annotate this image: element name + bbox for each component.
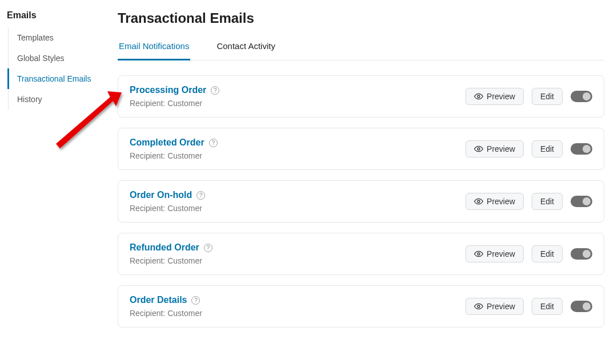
svg-point-4 bbox=[477, 305, 480, 308]
eye-icon bbox=[474, 302, 483, 311]
sidebar-item-global-styles[interactable]: Global Styles bbox=[7, 48, 109, 68]
eye-icon bbox=[474, 92, 483, 101]
preview-button[interactable]: Preview bbox=[465, 140, 524, 157]
email-card-refunded-order: Refunded Order ? Recipient: Customer Pre… bbox=[118, 233, 604, 275]
email-card-title[interactable]: Order On-hold bbox=[130, 190, 192, 200]
sidebar-item-transactional-emails[interactable]: Transactional Emails bbox=[7, 68, 109, 89]
email-card-title[interactable]: Completed Order bbox=[130, 137, 204, 148]
tab-contact-activity[interactable]: Contact Activity bbox=[215, 41, 276, 60]
email-card-recipient: Recipient: Customer bbox=[130, 99, 219, 108]
svg-point-1 bbox=[477, 148, 480, 150]
preview-button[interactable]: Preview bbox=[465, 88, 524, 105]
edit-button[interactable]: Edit bbox=[532, 193, 563, 210]
help-icon[interactable]: ? bbox=[191, 296, 200, 305]
tabs: Email Notifications Contact Activity bbox=[118, 41, 604, 60]
sidebar-item-history[interactable]: History bbox=[7, 89, 109, 110]
eye-icon bbox=[474, 144, 483, 153]
sidebar-nav: Templates Global Styles Transactional Em… bbox=[8, 27, 109, 110]
svg-point-0 bbox=[477, 95, 480, 98]
email-card-recipient: Recipient: Customer bbox=[130, 204, 205, 213]
sidebar-item-templates[interactable]: Templates bbox=[7, 27, 109, 48]
main-content: Transactional Emails Email Notifications… bbox=[109, 0, 610, 364]
email-card-recipient: Recipient: Customer bbox=[130, 151, 218, 160]
edit-button[interactable]: Edit bbox=[532, 298, 563, 315]
preview-button[interactable]: Preview bbox=[465, 245, 524, 262]
help-icon[interactable]: ? bbox=[204, 244, 212, 252]
preview-button[interactable]: Preview bbox=[465, 193, 524, 210]
email-card-title[interactable]: Processing Order bbox=[130, 85, 206, 95]
edit-button[interactable]: Edit bbox=[532, 88, 563, 105]
email-card-recipient: Recipient: Customer bbox=[130, 309, 202, 318]
svg-point-2 bbox=[477, 200, 480, 203]
eye-icon bbox=[474, 249, 483, 258]
help-icon[interactable]: ? bbox=[209, 139, 218, 147]
help-icon[interactable]: ? bbox=[211, 86, 219, 95]
email-card-recipient: Recipient: Customer bbox=[130, 256, 212, 265]
page-title: Transactional Emails bbox=[118, 10, 604, 26]
email-card-title[interactable]: Refunded Order bbox=[130, 242, 199, 253]
tab-email-notifications[interactable]: Email Notifications bbox=[118, 41, 190, 60]
email-card-processing-order: Processing Order ? Recipient: Customer P… bbox=[118, 75, 604, 118]
email-card-order-details: Order Details ? Recipient: Customer Prev… bbox=[118, 285, 604, 327]
enable-toggle[interactable] bbox=[571, 301, 592, 312]
eye-icon bbox=[474, 197, 483, 206]
sidebar-title: Emails bbox=[5, 10, 109, 27]
email-card-completed-order: Completed Order ? Recipient: Customer Pr… bbox=[118, 128, 604, 170]
svg-point-3 bbox=[477, 253, 480, 255]
help-icon[interactable]: ? bbox=[196, 191, 205, 200]
sidebar: Emails Templates Global Styles Transacti… bbox=[0, 0, 109, 364]
email-card-title[interactable]: Order Details bbox=[130, 295, 187, 305]
email-card-order-on-hold: Order On-hold ? Recipient: Customer Prev… bbox=[118, 180, 604, 223]
edit-button[interactable]: Edit bbox=[532, 245, 563, 262]
enable-toggle[interactable] bbox=[571, 91, 592, 102]
enable-toggle[interactable] bbox=[571, 143, 592, 155]
enable-toggle[interactable] bbox=[571, 248, 592, 260]
edit-button[interactable]: Edit bbox=[532, 140, 563, 157]
preview-button[interactable]: Preview bbox=[465, 298, 524, 315]
enable-toggle[interactable] bbox=[571, 196, 592, 207]
